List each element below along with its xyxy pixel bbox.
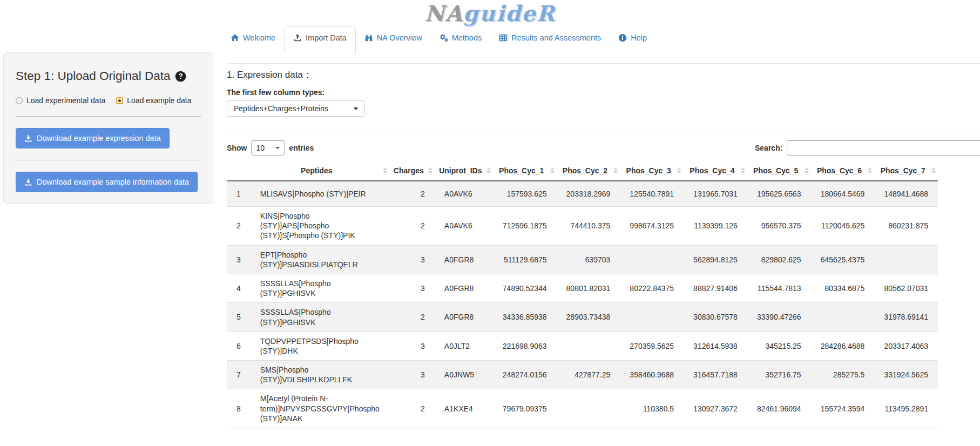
phos-cyc-2-cell: 639703 xyxy=(557,245,620,274)
phos-cyc-1-cell: 34336.85938 xyxy=(493,303,557,332)
download-button-sample-information[interactable]: Download example sample information data xyxy=(16,172,198,192)
radio-unselected-icon[interactable] xyxy=(16,97,23,104)
radio-option-load-example-data[interactable]: Load example data xyxy=(116,96,191,105)
page-length-value: 10 xyxy=(256,144,265,152)
svg-text:?: ? xyxy=(179,72,183,80)
peptide-cell: SSSSLLAS[Phospho (STY)]PGHISVK xyxy=(251,274,389,302)
phos-cyc-7-cell xyxy=(874,245,938,274)
tab-na-overview[interactable]: NA Overview xyxy=(356,27,431,49)
column-header-phos_cyc_2[interactable]: Phos_Cyc_2 xyxy=(557,161,620,181)
column-header-label: Phos_Cyc_6 xyxy=(817,166,862,175)
charge-cell: 2 xyxy=(389,303,435,332)
sort-arrows-icon[interactable] xyxy=(868,168,872,173)
column-types-selected-value: Peptides+Charges+Proteins xyxy=(234,104,328,113)
sort-arrows-icon[interactable] xyxy=(550,168,555,173)
table-row[interactable]: 3EPT[Phospho (STY)]PSIASDISLPIATQELR3A0F… xyxy=(227,245,938,274)
tab-label: Help xyxy=(631,33,647,42)
peptide-cell: EPT[Phospho (STY)]PSIASDISLPIATQELR xyxy=(251,245,389,274)
phos-cyc-2-cell xyxy=(557,332,620,360)
column-header-phos_cyc_6[interactable]: Phos_Cyc_6 xyxy=(811,161,875,181)
table-row[interactable]: 5SSSSLLAS[Phospho (STY)]PGHISVK2A0FGR834… xyxy=(227,303,938,332)
phos-cyc-6-cell: 284286.4688 xyxy=(811,332,875,360)
table-row[interactable]: 7SMS[Phospho (STY)]VDLSHIPLKDPLLFK3A0JNW… xyxy=(227,361,938,389)
row-number-cell: 7 xyxy=(227,361,251,389)
table-row[interactable]: 2KINS[Phospho (STY)]APS[Phospho (STY)]S[… xyxy=(227,207,938,246)
question-icon[interactable]: ? xyxy=(175,71,186,82)
column-types-select[interactable]: Peptides+Charges+Proteins xyxy=(227,100,365,117)
row-number-header xyxy=(227,161,251,181)
expression-data-heading: 1. Expression data： xyxy=(227,69,980,81)
sort-arrows-icon[interactable] xyxy=(677,168,681,173)
tab-import-data[interactable]: Import Data xyxy=(284,26,356,53)
phos-cyc-1-cell: 248274.0156 xyxy=(493,361,557,389)
column-header-charges[interactable]: Charges xyxy=(389,161,435,181)
tab-welcome[interactable]: Welcome xyxy=(222,27,284,49)
home-icon xyxy=(231,33,239,42)
table-controls: Show 10 entries Search: xyxy=(227,140,980,157)
column-header-phos_cyc_4[interactable]: Phos_Cyc_4 xyxy=(684,161,747,181)
table-icon xyxy=(499,33,508,42)
tab-methods[interactable]: Methods xyxy=(431,27,491,49)
upload-icon xyxy=(293,33,302,42)
sort-arrows-icon[interactable] xyxy=(931,168,936,173)
table-row[interactable]: 4SSSSLLAS[Phospho (STY)]PGHISVK3A0FGR874… xyxy=(227,274,938,302)
phos-cyc-1-cell: 221698.9063 xyxy=(493,332,557,360)
table-row[interactable]: 6TQDPVPPETPSDS[Phospho (STY)]DHK3A0JLT22… xyxy=(227,332,938,360)
page-length-select[interactable]: 10 xyxy=(251,140,285,156)
chevron-down-icon xyxy=(275,147,280,149)
column-header-uniprot_ids[interactable]: Uniprot_IDs xyxy=(435,161,493,181)
peptide-cell: MLISAVS[Phospho (STY)]PEIR xyxy=(251,181,389,207)
phos-cyc-6-cell: 80334.6875 xyxy=(811,274,875,302)
column-header-phos_cyc_7[interactable]: Phos_Cyc_7 xyxy=(874,161,938,181)
uniprot-cell: A0AVK6 xyxy=(435,181,493,207)
phos-cyc-1-cell: 74890.52344 xyxy=(493,274,557,302)
sort-arrows-icon[interactable] xyxy=(383,168,387,173)
phos-cyc-5-cell: 956570.375 xyxy=(747,207,811,246)
tab-results-and-assessments[interactable]: Results and Assessments xyxy=(490,27,610,49)
phos-cyc-5-cell: 352716.75 xyxy=(747,361,811,389)
column-types-label: The first few column types: xyxy=(227,88,980,97)
phos-cyc-2-cell: 744410.375 xyxy=(557,207,620,246)
download-icon xyxy=(24,134,32,143)
table-row[interactable]: 1MLISAVS[Phospho (STY)]PEIR2A0AVK6157593… xyxy=(227,181,938,207)
phos-cyc-6-cell: 155724.3594 xyxy=(811,389,875,428)
sidebar-divider xyxy=(16,116,201,117)
download-button-expression-data[interactable]: Download example expression data xyxy=(16,128,170,148)
row-number-cell: 8 xyxy=(227,389,251,428)
radio-selected-icon[interactable] xyxy=(116,97,123,104)
phos-cyc-7-cell: 148941.4688 xyxy=(874,181,938,207)
chevron-down-icon xyxy=(354,107,358,110)
charge-cell: 2 xyxy=(389,389,435,428)
row-number-cell: 5 xyxy=(227,303,251,332)
search-input[interactable] xyxy=(787,140,980,156)
sort-arrows-icon[interactable] xyxy=(741,168,745,173)
binoculars-icon xyxy=(364,33,373,42)
row-number-cell: 2 xyxy=(227,207,251,246)
sort-arrows-icon[interactable] xyxy=(486,168,491,173)
phos-cyc-2-cell: 28903.73438 xyxy=(557,303,620,332)
phos-cyc-6-cell: 645625.4375 xyxy=(811,245,875,274)
phos-cyc-4-cell: 316457.7188 xyxy=(684,361,747,389)
sort-arrows-icon[interactable] xyxy=(428,168,432,173)
column-header-phos_cyc_5[interactable]: Phos_Cyc_5 xyxy=(747,161,811,181)
sort-arrows-icon[interactable] xyxy=(613,168,618,173)
sort-arrows-icon[interactable] xyxy=(805,168,809,173)
expression-data-table: PeptidesChargesUniprot_IDsPhos_Cyc_1Phos… xyxy=(227,161,938,428)
phos-cyc-3-cell: 998674.3125 xyxy=(620,207,684,246)
app-logo: NAguideR xyxy=(0,0,980,27)
phos-cyc-6-cell: 285275.5 xyxy=(811,361,875,389)
column-header-label: Phos_Cyc_4 xyxy=(690,166,734,175)
phos-cyc-4-cell: 562894.8125 xyxy=(684,245,747,274)
phos-cyc-3-cell xyxy=(620,303,684,332)
app-logo-part2: guideR xyxy=(463,1,556,26)
table-row[interactable]: 8M[Acetyl (Protein N-term)]NPVYSPGSSGVPY… xyxy=(227,389,938,428)
phos-cyc-1-cell: 157593.625 xyxy=(493,181,557,207)
radio-option-label: Load example data xyxy=(127,96,191,105)
tab-help[interactable]: Help xyxy=(610,27,655,49)
column-header-peptides[interactable]: Peptides xyxy=(251,161,389,181)
column-header-phos_cyc_3[interactable]: Phos_Cyc_3 xyxy=(620,161,684,181)
radio-option-load-experimental-data[interactable]: Load experimental data xyxy=(16,96,105,105)
phos-cyc-4-cell: 1139399.125 xyxy=(684,207,747,246)
sidebar-title: Step 1: Upload Original Data ? xyxy=(16,69,201,83)
column-header-phos_cyc_1[interactable]: Phos_Cyc_1 xyxy=(493,161,557,181)
